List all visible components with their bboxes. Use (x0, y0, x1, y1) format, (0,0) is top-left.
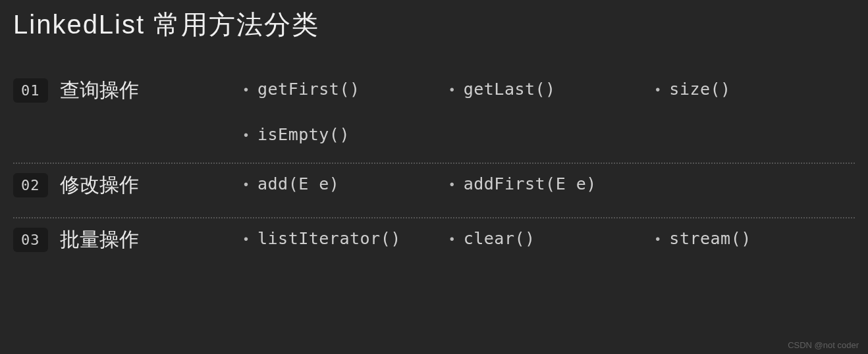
methods-list: • add(E e) • addFirst(E e) (244, 172, 855, 193)
list-item: • add(E e) (244, 174, 443, 193)
section-header: 03 批量操作 (13, 226, 244, 253)
method-name: addFirst(E e) (464, 174, 597, 193)
list-item: • stream() (655, 229, 855, 248)
list-item: • getFirst() (244, 80, 443, 99)
section-modify: 02 修改操作 • add(E e) • addFirst(E e) (13, 164, 855, 217)
methods-list: • listIterator() • clear() • stream() (244, 226, 855, 248)
section-number: 01 (13, 78, 48, 103)
bullet-icon: • (450, 232, 454, 245)
section-title: 查询操作 (60, 77, 139, 104)
section-number: 03 (13, 228, 48, 252)
method-name: size() (669, 80, 730, 99)
method-name: clear() (464, 229, 535, 248)
list-item: • clear() (450, 229, 649, 248)
method-name: getLast() (464, 80, 556, 99)
bullet-icon: • (244, 83, 248, 96)
section-number: 02 (13, 173, 48, 197)
section-title: 批量操作 (60, 226, 139, 253)
watermark: CSDN @not coder (788, 340, 859, 350)
list-item: • listIterator() (244, 229, 443, 248)
page-title: LinkedList 常用方法分类 (13, 7, 855, 43)
list-item: • addFirst(E e) (450, 174, 649, 193)
bullet-icon: • (450, 83, 454, 96)
list-item: • size() (655, 80, 855, 99)
bullet-icon: • (655, 83, 660, 96)
bullet-icon: • (244, 128, 248, 141)
section-header: 02 修改操作 (13, 172, 244, 199)
bullet-icon: • (244, 232, 248, 245)
list-item: • getLast() (450, 80, 649, 99)
method-name: getFirst() (258, 80, 360, 99)
bullet-icon: • (655, 232, 660, 245)
method-name: listIterator() (258, 229, 401, 248)
bullet-icon: • (450, 178, 454, 191)
method-name: add(E e) (258, 174, 339, 193)
method-name: stream() (669, 229, 751, 248)
methods-list: • getFirst() • getLast() • size() • isEm… (244, 77, 855, 144)
section-query: 01 查询操作 • getFirst() • getLast() • size(… (13, 69, 855, 163)
bullet-icon: • (244, 178, 248, 191)
list-item: • isEmpty() (244, 125, 443, 144)
method-name: isEmpty() (258, 125, 350, 144)
section-header: 01 查询操作 (13, 77, 244, 104)
section-title: 修改操作 (60, 172, 139, 199)
section-batch: 03 批量操作 • listIterator() • clear() • str… (13, 218, 855, 272)
